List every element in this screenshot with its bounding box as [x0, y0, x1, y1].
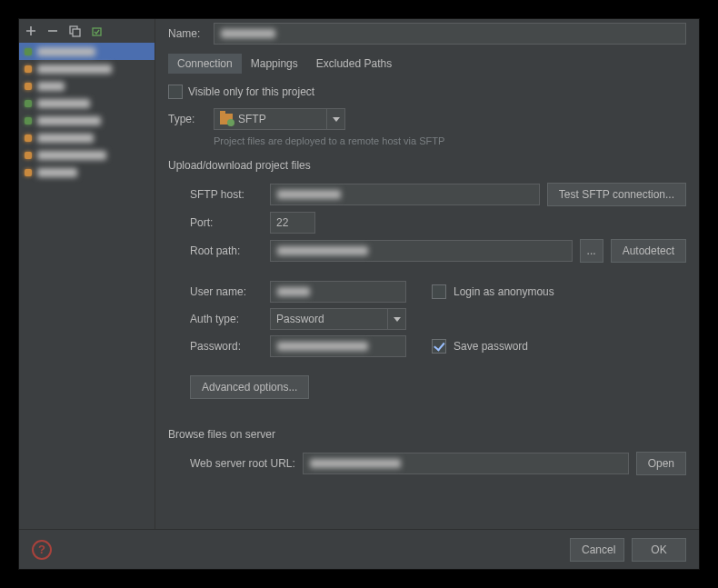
name-label: Name:: [168, 27, 206, 40]
server-list-item[interactable]: [19, 77, 155, 95]
web-root-url-label: Web server root URL:: [190, 457, 295, 470]
save-password-label: Save password: [454, 340, 528, 353]
port-label: Port:: [190, 216, 263, 229]
server-status-icon: [25, 169, 32, 176]
server-list-item[interactable]: [19, 164, 155, 181]
server-status-icon: [25, 152, 32, 159]
server-name: [37, 65, 112, 74]
open-button[interactable]: Open: [636, 452, 686, 475]
server-list-item[interactable]: [19, 43, 155, 60]
ok-button[interactable]: OK: [632, 538, 686, 562]
type-label: Type:: [168, 113, 206, 125]
chevron-down-icon: [326, 109, 344, 129]
root-path-label: Root path:: [190, 244, 263, 257]
server-list-sidebar: [19, 19, 155, 529]
sftp-host-label: SFTP host:: [190, 188, 263, 201]
set-default-icon[interactable]: [90, 25, 103, 37]
auth-type-select[interactable]: Password: [270, 308, 406, 330]
sftp-icon: [220, 114, 233, 125]
deployment-settings-dialog: Name: Connection Mappings Excluded Paths…: [18, 18, 700, 570]
server-name: [37, 134, 94, 143]
advanced-options-button[interactable]: Advanced options...: [190, 375, 309, 399]
server-name: [37, 116, 101, 125]
server-status-icon: [25, 65, 32, 73]
visible-only-label: Visible only for this project: [188, 85, 314, 98]
server-name: [37, 47, 95, 56]
server-list: [19, 43, 155, 529]
test-connection-button[interactable]: Test SFTP connection...: [547, 183, 686, 206]
svg-rect-2: [93, 28, 101, 35]
server-name: [37, 99, 90, 108]
server-name: [37, 168, 77, 177]
browse-section-label: Browse files on server: [168, 428, 686, 441]
type-value: SFTP: [238, 113, 266, 125]
login-anonymous-checkbox[interactable]: [432, 284, 446, 299]
server-list-item[interactable]: [19, 129, 155, 146]
login-anonymous-label: Login as anonymous: [454, 285, 554, 298]
server-status-icon: [25, 100, 32, 107]
upload-section-label: Upload/download project files: [168, 159, 686, 172]
server-name: [37, 151, 106, 160]
auth-type-value: Password: [276, 313, 324, 325]
svg-rect-1: [73, 29, 80, 36]
server-status-icon: [25, 48, 32, 55]
remove-icon[interactable]: [46, 25, 59, 37]
type-select[interactable]: SFTP: [214, 108, 345, 130]
dialog-footer: ? Cancel OK: [19, 529, 699, 569]
visible-only-checkbox[interactable]: [168, 85, 183, 99]
server-list-item[interactable]: [19, 60, 155, 77]
name-input[interactable]: [214, 23, 686, 45]
main-panel: Name: Connection Mappings Excluded Paths…: [155, 19, 699, 529]
auth-type-label: Auth type:: [190, 313, 263, 325]
server-list-item[interactable]: [19, 95, 155, 112]
server-status-icon: [25, 83, 32, 90]
tab-mappings[interactable]: Mappings: [242, 54, 307, 74]
copy-icon[interactable]: [68, 25, 81, 37]
server-status-icon: [25, 135, 32, 142]
type-helper: Project files are deployed to a remote h…: [214, 135, 686, 146]
root-path-browse-button[interactable]: ...: [580, 239, 603, 263]
server-status-icon: [25, 117, 32, 125]
server-list-item[interactable]: [19, 112, 155, 129]
port-input[interactable]: [270, 212, 315, 234]
tabs: Connection Mappings Excluded Paths: [168, 54, 686, 74]
help-icon[interactable]: ?: [32, 540, 52, 560]
sidebar-toolbar: [19, 19, 155, 43]
cancel-button[interactable]: Cancel: [570, 538, 624, 562]
chevron-down-icon: [387, 309, 405, 329]
save-password-checkbox[interactable]: [432, 339, 446, 354]
user-name-label: User name:: [190, 285, 263, 298]
add-icon[interactable]: [25, 25, 37, 37]
autodetect-button[interactable]: Autodetect: [611, 239, 686, 263]
server-list-item[interactable]: [19, 146, 155, 164]
password-label: Password:: [190, 340, 263, 353]
server-name: [37, 82, 65, 91]
tab-excluded-paths[interactable]: Excluded Paths: [307, 54, 401, 74]
tab-connection[interactable]: Connection: [168, 54, 242, 74]
